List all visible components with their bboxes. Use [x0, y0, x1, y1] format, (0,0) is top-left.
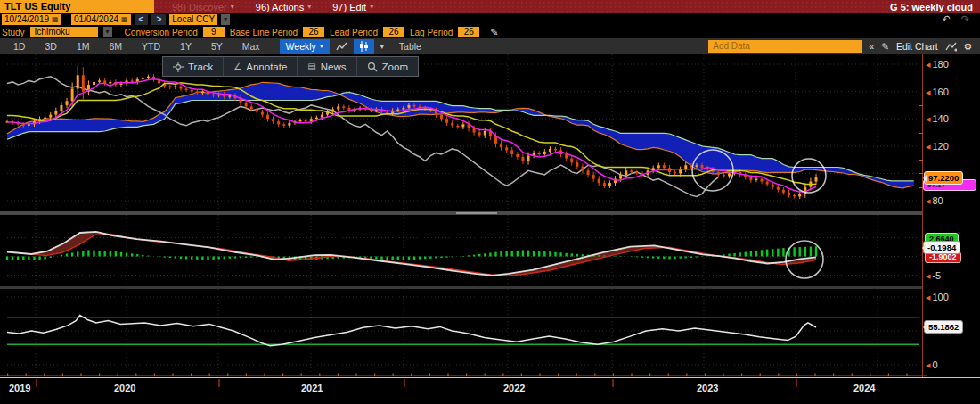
rsi-axis-label: ◀100 — [926, 291, 949, 304]
axis-tick-icon: ◀ — [926, 294, 930, 301]
caret-down-icon: ▾ — [370, 3, 373, 11]
collapse-panel-button[interactable]: « — [869, 41, 874, 52]
lead-period-label: Lead Period — [330, 28, 378, 37]
range-6m-button[interactable]: 6M — [100, 41, 131, 52]
base-line-period-input[interactable]: 26 — [303, 27, 324, 37]
caret-down-icon: ▾ — [231, 3, 234, 11]
caret-down-icon: ▾ — [320, 39, 323, 54]
calendar-icon[interactable]: ▦ — [52, 14, 59, 25]
axis-tick-icon: ◀ — [926, 273, 930, 279]
axis-tick-icon: ◀ — [926, 62, 930, 68]
currency-caret-icon[interactable]: ▾ — [221, 14, 230, 25]
chart-toolbar: 1D 3D 1M 6M YTD 1Y 5Y Max Weekly ▾ ▾ Tab… — [0, 38, 980, 54]
lead-period-input[interactable]: 26 — [383, 27, 404, 37]
price-axis-label: ◀160 — [926, 86, 949, 99]
last-price-badge: 97.2200 — [924, 171, 963, 185]
x-axis-tick — [612, 379, 614, 387]
menu-discover[interactable]: 98) Discover ▾ — [161, 2, 245, 12]
chart-settings-icon[interactable] — [945, 42, 957, 52]
crosshair-icon — [173, 62, 184, 72]
menu-actions[interactable]: 96) Actions ▾ — [245, 2, 322, 12]
caret-down-icon: ▾ — [307, 3, 311, 11]
x-axis-tick — [796, 379, 797, 387]
x-axis-year-label: 2021 — [301, 383, 323, 393]
annotation-circle — [792, 159, 826, 193]
date-forward-button[interactable]: > — [151, 14, 166, 25]
price-axis-label: ◀140 — [926, 112, 949, 126]
chart-template-label: G 5: weekly cloud — [890, 2, 973, 12]
end-date-input[interactable]: 01/04/2024 ▦ — [71, 14, 131, 25]
lag-period-label: Lag Period — [410, 28, 453, 37]
rsi-panel-canvas[interactable] — [0, 289, 927, 377]
x-axis-year-label: 2019 — [9, 383, 30, 393]
osc-axis-label: ◀-5 — [926, 269, 941, 283]
oscillator-panel-canvas[interactable] — [0, 215, 927, 286]
range-1y-button[interactable]: 1Y — [171, 41, 200, 52]
price-axis-label: ◀180 — [926, 58, 949, 71]
edit-chart-button[interactable]: Edit Chart — [896, 41, 938, 52]
add-data-input[interactable]: Add Data — [708, 40, 862, 53]
track-button[interactable]: Track — [163, 57, 223, 76]
gear-icon[interactable]: ⚙ — [964, 41, 972, 52]
axis-tick-icon: ◀ — [926, 116, 930, 122]
axis-tick-icon: ◀ — [926, 362, 930, 368]
title-bar: TLT US Equity 98) Discover ▾ 96) Actions… — [0, 0, 980, 13]
range-5y-button[interactable]: 5Y — [202, 41, 232, 52]
range-1m-button[interactable]: 1M — [68, 41, 99, 52]
annotate-button[interactable]: ∠ Annotate — [223, 57, 297, 76]
date-range-bar: 10/24/2019 ▦ - 01/04/2024 ▦ < > Local CC… — [0, 13, 980, 26]
currency-select[interactable]: Local CCY — [169, 14, 217, 25]
edit-chart-pencil-icon[interactable]: ✎ — [881, 41, 889, 52]
osc-line-badge: -0.1984 — [923, 241, 960, 254]
start-date-input[interactable]: 10/24/2019 ▦ — [2, 14, 61, 25]
x-axis-year-label: 2024 — [853, 383, 875, 393]
toolbar-right-cluster: Add Data « ✎ Edit Chart ⚙ — [708, 40, 976, 53]
x-axis-year-label: 2022 — [503, 383, 525, 393]
line-chart-icon — [336, 42, 347, 52]
range-3d-button[interactable]: 3D — [36, 41, 65, 52]
redo-icon[interactable]: ↷ — [961, 13, 969, 25]
axis-tick-icon: ◀ — [926, 89, 930, 95]
axis-tick-icon: ◀ — [926, 198, 930, 204]
table-button[interactable]: Table — [390, 41, 430, 52]
annotate-icon: ∠ — [233, 62, 241, 71]
end-date-value: 01/04/2024 — [74, 14, 118, 25]
range-ytd-button[interactable]: YTD — [133, 41, 169, 52]
study-caret-icon[interactable]: ▾ — [103, 27, 112, 37]
chart-type-caret-icon[interactable]: ▾ — [376, 39, 388, 54]
frequency-select[interactable]: Weekly ▾ — [280, 39, 330, 54]
lag-period-input[interactable]: 26 — [458, 27, 479, 37]
conversion-period-input[interactable]: 9 — [203, 27, 225, 37]
candle-chart-type-button[interactable] — [354, 39, 374, 54]
calendar-icon[interactable]: ▦ — [121, 14, 128, 25]
conversion-period-label: Conversion Period — [125, 28, 198, 37]
date-range-separator: - — [65, 15, 68, 25]
history-buttons: ↶ ↷ — [943, 13, 969, 25]
x-axis-tick — [218, 379, 220, 387]
time-axis: 201920202021202220232024 — [0, 378, 980, 404]
zoom-button[interactable]: Zoom — [356, 57, 418, 76]
line-chart-type-button[interactable] — [331, 39, 352, 54]
date-back-button[interactable]: < — [135, 14, 149, 25]
news-button[interactable]: ▤ News — [297, 57, 355, 76]
menu-bar: 98) Discover ▾ 96) Actions ▾ 97) Edit ▾ … — [154, 0, 980, 13]
study-select[interactable]: Ichimoku — [30, 27, 98, 37]
edit-study-pencil-icon[interactable]: ✎ — [490, 27, 498, 38]
ticker-input[interactable]: TLT US Equity — [0, 0, 154, 13]
menu-discover-label: 98) Discover — [172, 2, 227, 12]
price-axis-minor-tick — [919, 160, 923, 161]
x-axis-year-label: 2023 — [697, 383, 718, 393]
study-bar: Study Ichimoku ▾ Conversion Period 9 Bas… — [0, 26, 980, 38]
axis-tick-icon: ◀ — [926, 144, 930, 150]
candlestick-chart-icon — [358, 41, 370, 52]
range-1d-button[interactable]: 1D — [4, 41, 34, 52]
undo-icon[interactable]: ↶ — [943, 13, 951, 25]
menu-edit[interactable]: 97) Edit ▾ — [322, 2, 384, 12]
divider-handle[interactable] — [456, 212, 497, 214]
start-date-value: 10/24/2019 — [4, 14, 49, 25]
range-max-button[interactable]: Max — [233, 41, 269, 52]
price-axis-label: ◀120 — [926, 140, 949, 153]
magnifier-icon — [367, 62, 378, 72]
price-panel-canvas[interactable] — [0, 54, 927, 211]
zoom-label: Zoom — [382, 62, 408, 72]
